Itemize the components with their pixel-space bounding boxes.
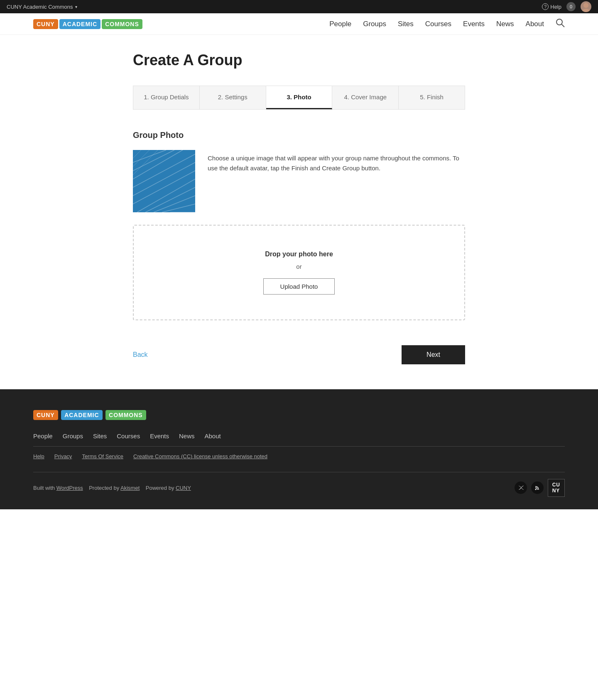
nav-groups[interactable]: Groups <box>363 20 386 28</box>
step-cover-image[interactable]: 4. Cover Image <box>332 86 399 109</box>
footer-logo-cuny: CUNY <box>33 410 58 420</box>
footer-logo-academic: ACADEMIC <box>61 410 102 420</box>
nav-about[interactable]: About <box>526 20 544 28</box>
preview-svg <box>133 150 195 212</box>
footer-terms-link[interactable]: Terms Of Service <box>82 453 123 459</box>
user-avatar[interactable] <box>581 1 591 12</box>
logo-commons: COMMONS <box>102 19 142 29</box>
svg-line-3 <box>562 25 565 27</box>
step-finish[interactable]: 5. Finish <box>399 86 465 109</box>
avatar-image <box>581 1 591 12</box>
photo-info: Choose a unique image that will appear w… <box>133 150 465 212</box>
footer-nav-about[interactable]: About <box>205 432 221 440</box>
step-2-label: 2. Settings <box>218 93 248 101</box>
footer-privacy-link[interactable]: Privacy <box>54 453 72 459</box>
step-1-label: 1. Group Detials <box>144 93 189 101</box>
built-with-label: Built with <box>33 485 56 491</box>
cuny-badge: CUNY <box>548 479 565 497</box>
footer-cc-link[interactable]: Creative Commons (CC) license unless oth… <box>133 453 267 459</box>
admin-bar-right: ? Help 0 <box>542 1 591 12</box>
admin-bar-site-name[interactable]: CUNY Academic Commons ▾ <box>7 4 77 10</box>
step-group-details[interactable]: 1. Group Detials <box>133 86 200 109</box>
notifications-icon[interactable]: 0 <box>566 2 576 11</box>
step-3-label: 3. Photo <box>287 93 311 101</box>
upload-photo-button[interactable]: Upload Photo <box>263 278 335 295</box>
svg-point-19 <box>535 489 536 490</box>
nav-people[interactable]: People <box>329 20 351 28</box>
or-text: or <box>150 263 448 270</box>
nav-events[interactable]: Events <box>463 20 485 28</box>
footer-nav-events[interactable]: Events <box>150 432 169 440</box>
drop-zone[interactable]: Drop your photo here or Upload Photo <box>133 225 465 320</box>
admin-bar: CUNY Academic Commons ▾ ? Help 0 <box>0 0 598 13</box>
admin-dropdown-arrow: ▾ <box>75 5 77 9</box>
footer-logo-commons: COMMONS <box>105 410 146 420</box>
help-label: Help <box>550 4 561 10</box>
footer-nav-courses[interactable]: Courses <box>117 432 140 440</box>
nav-sites[interactable]: Sites <box>398 20 414 28</box>
footer-icons: CUNY <box>515 479 565 497</box>
help-circle-icon: ? <box>542 3 549 10</box>
nav-buttons: Back Next <box>133 345 465 364</box>
footer-bottom-left: Built with WordPress Protected by Akisme… <box>33 485 191 491</box>
footer-nav-sites[interactable]: Sites <box>93 432 107 440</box>
logo-academic: ACADEMIC <box>59 19 100 29</box>
rss-icon[interactable] <box>531 481 544 494</box>
back-button[interactable]: Back <box>133 351 148 359</box>
admin-site-label: CUNY Academic Commons <box>7 4 73 10</box>
nav-links: People Groups Sites Courses Events News … <box>329 18 565 29</box>
powered-by-label: Powered by <box>141 485 176 491</box>
twitter-icon[interactable] <box>515 481 527 494</box>
section-title: Group Photo <box>133 130 465 140</box>
footer-nav: People Groups Sites Courses Events News … <box>33 432 565 440</box>
footer-legal: Help Privacy Terms Of Service Creative C… <box>33 446 565 459</box>
photo-preview <box>133 150 195 212</box>
svg-point-2 <box>556 19 562 25</box>
footer-bottom: Built with WordPress Protected by Akisme… <box>33 472 565 497</box>
footer-nav-groups[interactable]: Groups <box>63 432 83 440</box>
step-photo[interactable]: 3. Photo <box>266 86 333 109</box>
photo-description: Choose a unique image that will appear w… <box>208 150 465 212</box>
search-icon[interactable] <box>556 18 565 29</box>
page-title: Create A Group <box>133 52 465 69</box>
page-content: Create A Group 1. Group Detials 2. Setti… <box>100 35 498 389</box>
footer-help-link[interactable]: Help <box>33 453 44 459</box>
footer-nav-news[interactable]: News <box>179 432 195 440</box>
protected-by-label: Protected by <box>84 485 120 491</box>
step-settings[interactable]: 2. Settings <box>200 86 266 109</box>
nav-news[interactable]: News <box>496 20 514 28</box>
step-5-label: 5. Finish <box>420 93 444 101</box>
site-logo[interactable]: CUNY ACADEMIC COMMONS <box>33 19 144 29</box>
logo-cuny: CUNY <box>33 19 58 29</box>
cuny-link[interactable]: CUNY <box>176 485 191 491</box>
svg-point-1 <box>582 9 590 12</box>
step-4-label: 4. Cover Image <box>344 93 387 101</box>
help-button[interactable]: ? Help <box>542 3 561 10</box>
wordpress-link[interactable]: WordPress <box>56 485 83 491</box>
footer: CUNY ACADEMIC COMMONS People Groups Site… <box>0 389 598 509</box>
footer-logo[interactable]: CUNY ACADEMIC COMMONS <box>33 410 565 420</box>
drop-text: Drop your photo here <box>150 251 448 258</box>
nav-courses[interactable]: Courses <box>425 20 451 28</box>
steps-bar: 1. Group Detials 2. Settings 3. Photo 4.… <box>133 86 465 110</box>
next-button[interactable]: Next <box>402 345 465 364</box>
akismet-link[interactable]: Akismet <box>120 485 140 491</box>
footer-nav-people[interactable]: People <box>33 432 53 440</box>
main-navigation: CUNY ACADEMIC COMMONS People Groups Site… <box>0 13 598 35</box>
svg-point-0 <box>583 3 588 8</box>
